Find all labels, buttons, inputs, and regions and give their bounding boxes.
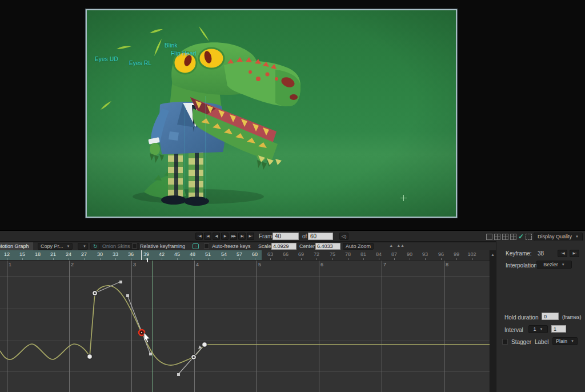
- scale-label: Scale: [258, 243, 271, 249]
- interval-input[interactable]: [551, 325, 566, 333]
- graph-scroll-column[interactable]: ▲: [490, 250, 496, 392]
- ruler-frame-number: 69: [298, 251, 304, 257]
- rig-label-flip-head[interactable]: Flip Head: [171, 50, 197, 57]
- frame-ruler[interactable]: 1215182124273033363942454851545760636669…: [0, 250, 490, 261]
- keyframe-dot-center: [193, 356, 195, 358]
- interval-label: Interval: [504, 327, 523, 333]
- playhead-notch[interactable]: [147, 258, 148, 262]
- check-icon[interactable]: ✓: [518, 234, 524, 240]
- keyframe-dot-center: [94, 292, 96, 294]
- channel-dropdown[interactable]: [78, 243, 88, 250]
- jump-last-frame-button[interactable]: ▶○: [247, 233, 254, 240]
- next-frame-button[interactable]: ▶▶: [230, 233, 237, 240]
- marquee-select-icon[interactable]: [526, 234, 532, 240]
- ruler-frame-number: 72: [314, 251, 319, 257]
- interpolation-label: Interpolation:: [506, 262, 539, 269]
- stagger-label: Stagger: [511, 339, 531, 345]
- ruler-frame-number: 60: [252, 251, 258, 257]
- auto-zoom-button[interactable]: Auto Zoom: [343, 243, 374, 250]
- ruler-frame-number: 42: [159, 251, 165, 257]
- cycle-icon[interactable]: ↻: [90, 243, 101, 250]
- ruler-frame-number: 27: [81, 251, 87, 257]
- ruler-frame-number: 84: [376, 251, 382, 257]
- mouse-cursor-icon: [144, 333, 150, 343]
- scroll-up-icon[interactable]: ▲: [491, 253, 495, 257]
- ruler-frame-number: 51: [205, 251, 211, 257]
- ruler-frame-number: 66: [283, 251, 289, 257]
- hold-duration-input[interactable]: [542, 313, 559, 320]
- transport-buttons: ○◀|◀◀|▶▶▶▶|▶○: [195, 233, 254, 240]
- ruler-frame-number: 57: [237, 251, 242, 257]
- frame-input[interactable]: [273, 233, 299, 240]
- keyframe-dot[interactable]: [202, 342, 207, 347]
- ruler-frame-number: 45: [174, 251, 180, 257]
- selected-keyframe-marker: [141, 250, 142, 261]
- interval-dropdown[interactable]: 1: [528, 325, 548, 333]
- ruler-frame-number: 12: [4, 251, 10, 257]
- display-quality-dropdown[interactable]: Display Quality: [534, 233, 583, 241]
- ruler-frame-number: 93: [422, 251, 428, 257]
- center-input[interactable]: [315, 243, 340, 250]
- multi-view-icon[interactable]: [510, 234, 516, 240]
- split-view-icon[interactable]: [494, 234, 500, 240]
- rig-label-eyes-ud[interactable]: Eyes UD: [95, 56, 118, 62]
- keyframe-panel: Keyframe: 38 ○◀ ▶○ Interpolation: Bezier…: [496, 241, 585, 392]
- ruler-frame-number: 54: [221, 251, 227, 257]
- stagger-checkbox[interactable]: [502, 339, 508, 345]
- ruler-frame-number: 99: [454, 251, 459, 257]
- ruler-frame-number: 33: [113, 251, 118, 257]
- viewport-crosshair-icon: [400, 195, 407, 201]
- relative-keyframing-checkbox[interactable]: [132, 243, 137, 249]
- ruler-frame-number: 75: [330, 251, 335, 257]
- ruler-frame-number: 36: [128, 251, 134, 257]
- motion-graph-toolbar: Motion Graph Copy Pr... ↻ Onion Skins Re…: [0, 242, 496, 250]
- next-keyframe-button[interactable]: ▶|: [238, 233, 246, 240]
- keyframe-value: 38: [538, 250, 544, 257]
- ruler-numbers: 1215182124273033363942454851545760636669…: [0, 250, 490, 260]
- label-label: Label: [535, 339, 548, 345]
- view-controls: ✓ Display Quality: [486, 233, 583, 241]
- single-view-icon[interactable]: [486, 234, 492, 240]
- rig-label-eyes-rl[interactable]: Eyes RL: [129, 60, 151, 66]
- fit-graph-icon[interactable]: ▲▲: [396, 243, 404, 247]
- collapse-panel-icon[interactable]: ▲: [389, 243, 393, 247]
- handle-squares[interactable]: [119, 281, 180, 376]
- ruler-frame-number: 21: [50, 251, 56, 257]
- transport-bar: ○◀|◀◀|▶▶▶▶|▶○ Frame of ◁) ✓ Display Qual…: [0, 230, 585, 242]
- hold-duration-label: Hold duration: [504, 314, 538, 321]
- ruler-frame-number: 48: [190, 251, 195, 257]
- ruler-frame-number: 18: [35, 251, 41, 257]
- of-label: of: [302, 233, 307, 239]
- jump-first-frame-button[interactable]: ○◀: [195, 233, 203, 240]
- selected-keyframe-center: [141, 332, 142, 333]
- tab-motion-graph[interactable]: Motion Graph: [0, 242, 33, 250]
- scale-input[interactable]: [271, 243, 296, 250]
- keyframe-dot[interactable]: [87, 354, 93, 359]
- ruler-frame-number: 90: [407, 251, 412, 257]
- quad-view-icon[interactable]: [502, 234, 508, 240]
- label-style-dropdown[interactable]: Plain: [552, 337, 578, 345]
- motion-graph-canvas[interactable]: 12345678: [0, 261, 490, 392]
- keyframe-label: Keyframe:: [506, 250, 532, 257]
- hold-duration-suffix: (frames): [562, 314, 582, 320]
- ruler-frame-number: 15: [19, 251, 25, 257]
- auto-freeze-checkbox[interactable]: [204, 243, 209, 249]
- prev-frame-button[interactable]: ◀|: [213, 233, 220, 240]
- copy-properties-dropdown[interactable]: Copy Pr...: [38, 243, 73, 250]
- prev-keyframe-button[interactable]: |◀: [204, 233, 211, 240]
- total-frames-input[interactable]: [308, 233, 333, 240]
- auto-freeze-label: Auto-freeze keys: [212, 243, 251, 249]
- ruler-frame-number: 96: [438, 251, 444, 257]
- camera-viewport[interactable]: Eyes UD Eyes RL Blink Flip Head: [86, 9, 457, 218]
- relative-keyframing-label: Relative keyframing: [140, 243, 185, 249]
- prev-keyframe-button[interactable]: ○◀: [558, 250, 567, 257]
- speaker-icon[interactable]: ◁): [339, 233, 348, 240]
- animation-curve[interactable]: [0, 286, 490, 365]
- viewport-vignette: [87, 10, 456, 217]
- interpolation-dropdown[interactable]: Bezier: [536, 261, 572, 269]
- ruler-frame-number: 24: [66, 251, 71, 257]
- next-keyframe-button[interactable]: ▶○: [570, 250, 579, 257]
- rig-label-blink[interactable]: Blink: [165, 42, 178, 49]
- ruler-frame-number: 30: [97, 251, 103, 257]
- play-button[interactable]: ▶: [221, 233, 229, 240]
